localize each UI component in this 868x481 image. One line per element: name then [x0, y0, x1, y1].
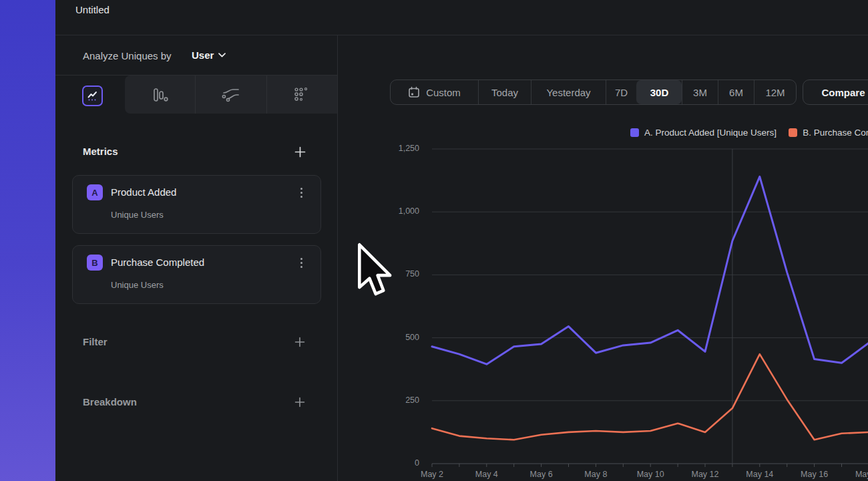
y-axis-tick-label: 250 [369, 395, 419, 405]
legend-label: A. Product Added [Unique Users] [644, 128, 777, 138]
metric-a-badge: A [87, 184, 103, 200]
dots-grid-icon [294, 87, 310, 103]
range-3m[interactable]: 3M [682, 80, 718, 104]
y-axis-tick-label: 500 [369, 333, 419, 342]
tab-line-chart[interactable] [82, 86, 103, 106]
range-label: 7D [615, 87, 628, 98]
tab-bar-chart[interactable] [125, 75, 195, 114]
topbar-divider [55, 35, 868, 35]
chevron-down-icon [218, 53, 226, 57]
bar-chart-icon [152, 87, 169, 103]
metric-b-subtitle[interactable]: Unique Users [111, 280, 164, 290]
x-axis-tick-label: May 16 [793, 470, 836, 479]
x-axis-tick-label: May 10 [629, 470, 672, 479]
desktop-background-strip [0, 0, 55, 481]
flow-chart-icon [222, 88, 240, 102]
range-12m[interactable]: 12M [754, 80, 796, 104]
y-axis-tick-label: 0 [369, 458, 419, 468]
x-axis-tick-label: May 18 [847, 470, 868, 479]
y-axis-tick-label: 1,000 [369, 206, 419, 216]
metrics-header: Metrics [83, 146, 118, 157]
legend-item[interactable]: B. Purchase Completed [Unique Users] [789, 128, 868, 138]
legend-swatch [789, 128, 797, 137]
range-label: 12M [765, 87, 785, 98]
x-axis-tick-label: May 2 [411, 470, 453, 479]
range-label: Yesterday [546, 87, 590, 98]
legend-item[interactable]: A. Product Added [Unique Users] [630, 128, 777, 138]
analyze-by-label: Analyze Uniques by [83, 50, 172, 61]
chart-type-tabstrip [125, 75, 337, 114]
range-7d[interactable]: 7D [606, 80, 636, 104]
metric-a-menu-button[interactable] [296, 185, 306, 200]
add-filter-button[interactable] [294, 336, 306, 348]
metric-card-b[interactable]: B Purchase Completed Unique Users [72, 245, 321, 304]
range-yesterday[interactable]: Yesterday [531, 80, 606, 104]
panel-divider [337, 35, 338, 481]
calendar-icon [408, 86, 420, 98]
analyze-by-dropdown[interactable]: User [192, 49, 226, 61]
range-label: Today [491, 87, 518, 98]
line-chart[interactable] [0, 0, 868, 481]
chart-legend: A. Product Added [Unique Users]B. Purcha… [630, 128, 868, 138]
range-today[interactable]: Today [478, 80, 531, 104]
x-axis-tick-label: May 12 [684, 470, 726, 479]
range-label: Custom [426, 87, 461, 98]
filter-header: Filter [83, 336, 107, 347]
metric-b-title: Purchase Completed [111, 257, 204, 268]
breakdown-header: Breakdown [83, 396, 137, 408]
range-label: 6M [729, 87, 743, 98]
add-metric-button[interactable] [294, 146, 306, 158]
metric-card-a[interactable]: A Product Added Unique Users [72, 175, 321, 234]
compare-button[interactable]: Compare [803, 79, 868, 105]
x-axis-tick-label: May 6 [520, 470, 563, 479]
range-30d[interactable]: 30D [636, 80, 682, 104]
add-breakdown-button[interactable] [294, 396, 306, 408]
range-label: 30D [650, 87, 669, 98]
tab-flow-chart[interactable] [195, 75, 266, 114]
y-axis-tick-label: 750 [369, 269, 419, 279]
x-axis-tick-label: May 14 [738, 470, 781, 479]
line-chart-icon [86, 90, 99, 102]
tab-retention-grid[interactable] [266, 75, 337, 114]
report-title[interactable]: Untitled [75, 4, 110, 15]
metric-b-menu-button[interactable] [296, 255, 306, 270]
metric-a-subtitle[interactable]: Unique Users [111, 210, 164, 220]
range-label: 3M [693, 87, 707, 98]
range-custom[interactable]: Custom [391, 80, 478, 104]
legend-label: B. Purchase Completed [Unique Users] [803, 128, 868, 138]
x-axis-tick-label: May 4 [465, 470, 508, 479]
legend-swatch [630, 128, 639, 137]
analytics-app-window: Untitled Analyze Uniques by User [0, 0, 868, 481]
y-axis-tick-label: 1,250 [369, 144, 419, 153]
metric-a-title: Product Added [111, 186, 176, 198]
metric-b-badge: B [87, 255, 103, 271]
analyze-by-value: User [192, 49, 214, 61]
date-range-picker: CustomTodayYesterday7D30D3M6M12M [390, 79, 797, 105]
x-axis-tick-label: May 8 [574, 470, 617, 479]
range-6m[interactable]: 6M [718, 80, 754, 104]
